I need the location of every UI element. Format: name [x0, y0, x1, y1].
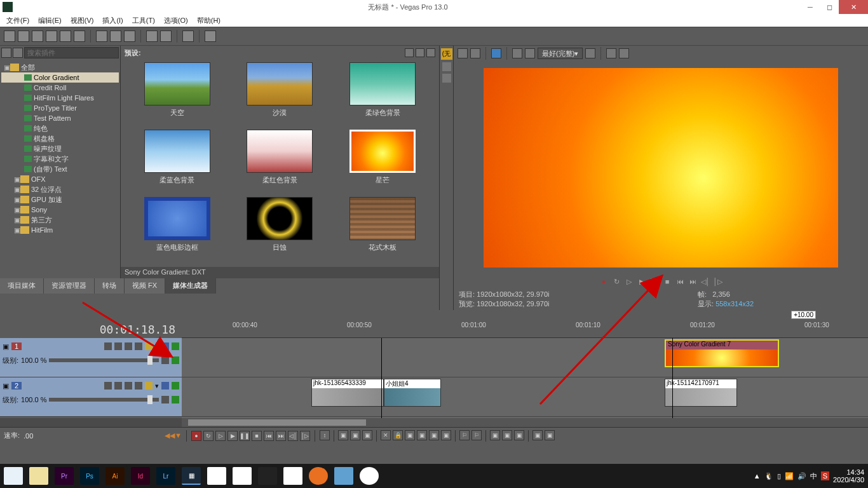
- preview-copy-icon[interactable]: [606, 48, 616, 58]
- preset-starburst[interactable]: 星芒: [332, 130, 433, 191]
- zoom-value[interactable]: +10.00: [791, 311, 816, 319]
- tool-misc-a-icon[interactable]: ▣: [532, 430, 543, 440]
- tree-item[interactable]: 棋盘格: [34, 134, 55, 144]
- preview-split-icon[interactable]: [525, 48, 535, 58]
- tl-pause-icon[interactable]: ❚❚: [240, 431, 250, 441]
- tab-media-generators[interactable]: 媒体生成器: [165, 278, 216, 294]
- tray-icon[interactable]: ▲: [754, 472, 761, 480]
- tl-start-icon[interactable]: ⏮: [264, 431, 274, 441]
- tl-end-icon[interactable]: ⏭: [276, 431, 286, 441]
- scrub-icon[interactable]: ◀◀▼: [165, 431, 182, 440]
- tool-ripple-icon[interactable]: ▣: [405, 430, 415, 440]
- plugin-chain-icon[interactable]: [1, 48, 11, 58]
- preview-screen-icon[interactable]: [491, 48, 501, 58]
- tree-folder[interactable]: 32 位浮点: [31, 185, 62, 194]
- system-tray[interactable]: ▲ 🐧 ▯ 📶 🔊 中 S 14:34 2020/4/30: [754, 468, 864, 484]
- tree-item[interactable]: ProType Titler: [34, 104, 77, 112]
- tree-folder[interactable]: Sony: [31, 206, 47, 214]
- next-frame-icon[interactable]: │▷: [714, 277, 722, 286]
- trimmer-tab[interactable]: (无: [441, 48, 452, 60]
- preview-grid-icon[interactable]: [585, 48, 595, 58]
- tray-network-icon[interactable]: 📶: [785, 472, 794, 480]
- undo-icon[interactable]: [146, 30, 158, 42]
- tool-marker-icon[interactable]: ▣: [441, 430, 451, 440]
- tool-group-icon[interactable]: ▣: [490, 430, 500, 440]
- preview-quality-dropdown[interactable]: 最好(完整) ▾: [538, 48, 583, 59]
- tree-item[interactable]: Color Gradient: [34, 74, 79, 81]
- tab-explorer[interactable]: 资源管理器: [44, 278, 95, 294]
- preset-sky[interactable]: 天空: [127, 62, 227, 123]
- preset-soft-blue[interactable]: 柔蓝色背景: [127, 130, 227, 191]
- level-slider[interactable]: [49, 358, 159, 362]
- preset-blue-frame[interactable]: 蓝色电影边框: [127, 197, 227, 258]
- menu-edit[interactable]: 编辑(E): [34, 15, 65, 27]
- preset-eclipse[interactable]: 日蚀: [230, 197, 330, 258]
- tab-transitions[interactable]: 转场: [95, 278, 125, 294]
- tl-stop-icon[interactable]: ■: [252, 431, 262, 441]
- level-slider[interactable]: [49, 398, 159, 402]
- taskbar-indesign-icon[interactable]: Id: [131, 467, 150, 485]
- redo-icon[interactable]: [160, 30, 172, 42]
- tl-play-icon[interactable]: ▶: [227, 431, 238, 441]
- tl-prev-icon[interactable]: ◁│: [288, 431, 298, 441]
- track-header-2[interactable]: ▣2 ▾ 级别:100.0 %: [0, 377, 182, 417]
- close-button[interactable]: ✕: [839, 0, 868, 14]
- maximize-button[interactable]: ◻: [820, 0, 839, 14]
- render-icon[interactable]: [46, 30, 57, 42]
- tl-next-icon[interactable]: │▷: [300, 431, 310, 441]
- touch-icon[interactable]: [182, 30, 194, 42]
- clip-jhk2[interactable]: 小姐姐4: [384, 379, 441, 407]
- track-lanes[interactable]: Sony Color Gradient 7 jhk-151365433339 小…: [182, 338, 868, 418]
- tool-fx-icon[interactable]: ▣: [514, 430, 524, 440]
- tray-date[interactable]: 2020/4/30: [833, 476, 864, 484]
- tree-item[interactable]: 字幕和文字: [34, 154, 69, 164]
- preset-icon-b[interactable]: [416, 48, 424, 57]
- taskbar-app-icon[interactable]: [233, 467, 252, 485]
- tree-folder[interactable]: OFX: [31, 175, 46, 183]
- tool-flag-b-icon[interactable]: ⚐: [471, 430, 482, 440]
- taskbar-illustrator-icon[interactable]: Ai: [105, 467, 125, 485]
- tool-quant-icon[interactable]: ▣: [429, 430, 439, 440]
- menu-tools[interactable]: 工具(T): [128, 15, 159, 27]
- pause-icon[interactable]: ❚❚: [650, 277, 659, 286]
- properties-icon[interactable]: [60, 30, 71, 42]
- tray-time[interactable]: 14:34: [833, 468, 864, 476]
- tray-icon[interactable]: ▯: [777, 472, 781, 480]
- time-ruler[interactable]: 00:00:40 00:00:50 00:01:00 00:01:10 00:0…: [182, 320, 868, 338]
- record-icon[interactable]: ●: [599, 277, 608, 286]
- tl-record-icon[interactable]: ●: [191, 431, 201, 441]
- preset-fancy-wood[interactable]: 花式木板: [332, 197, 433, 258]
- tl-loop-icon[interactable]: ↻: [203, 431, 214, 441]
- taskbar-lightroom-icon[interactable]: Lr: [156, 467, 175, 485]
- tool-select-icon[interactable]: ▣: [350, 430, 360, 440]
- menu-insert[interactable]: 插入(I): [98, 15, 126, 27]
- tray-ime-icon[interactable]: 中: [810, 471, 817, 481]
- tree-item[interactable]: (自带) Text: [34, 165, 67, 174]
- tl-play-start-icon[interactable]: ▷: [215, 431, 226, 441]
- preset-soft-green[interactable]: 柔绿色背景: [332, 62, 433, 123]
- preset-icon-a[interactable]: [405, 48, 414, 57]
- paste-icon[interactable]: [124, 30, 135, 42]
- preset-desert[interactable]: 沙漠: [230, 62, 330, 123]
- search-input[interactable]: [24, 47, 119, 58]
- taskbar-photoshop-icon[interactable]: Ps: [80, 467, 99, 485]
- stop-icon[interactable]: ■: [663, 277, 672, 286]
- tool-split-icon[interactable]: ✕: [381, 430, 391, 440]
- help-icon[interactable]: [205, 30, 216, 42]
- tool-snap-icon[interactable]: ▣: [417, 430, 427, 440]
- cut-icon[interactable]: [96, 30, 107, 42]
- taskbar-chrome-icon[interactable]: [283, 467, 302, 485]
- new-icon[interactable]: [4, 30, 15, 42]
- trimmer-icon[interactable]: [442, 62, 451, 71]
- timecode-display[interactable]: 00:01:18.18: [0, 320, 182, 338]
- menu-options[interactable]: 选项(O): [160, 15, 192, 27]
- playhead[interactable]: [381, 338, 382, 418]
- clip-jhk3[interactable]: jhk-151142170971: [665, 379, 737, 407]
- preview-ext-icon[interactable]: [458, 48, 468, 58]
- minimize-button[interactable]: ─: [801, 0, 820, 14]
- tree-item[interactable]: Credit Roll: [34, 84, 66, 92]
- menu-view[interactable]: 视图(V): [67, 15, 98, 27]
- tree-item[interactable]: 纯色: [34, 124, 48, 133]
- search-icon[interactable]: [13, 48, 23, 58]
- tool-zoom-icon[interactable]: ▣: [362, 430, 372, 440]
